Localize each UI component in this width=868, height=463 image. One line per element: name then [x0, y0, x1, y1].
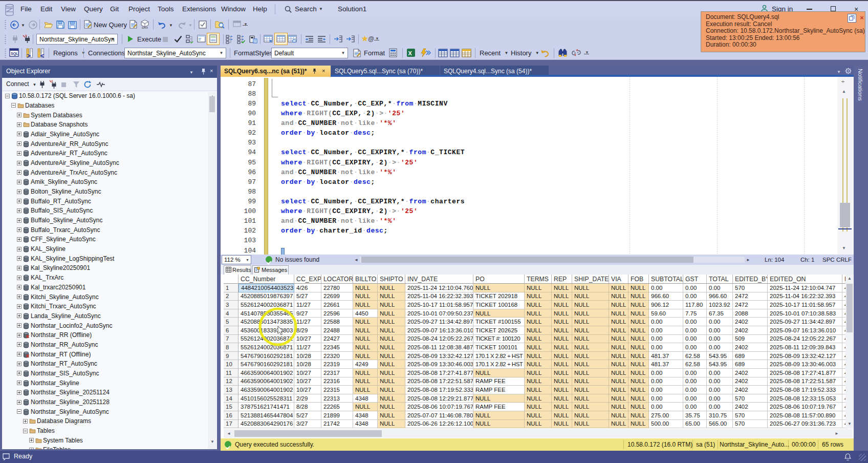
svg-text:SQL: SQL	[11, 52, 18, 56]
svg-text:DAX: DAX	[142, 26, 148, 29]
svg-text:X: X	[408, 50, 413, 56]
